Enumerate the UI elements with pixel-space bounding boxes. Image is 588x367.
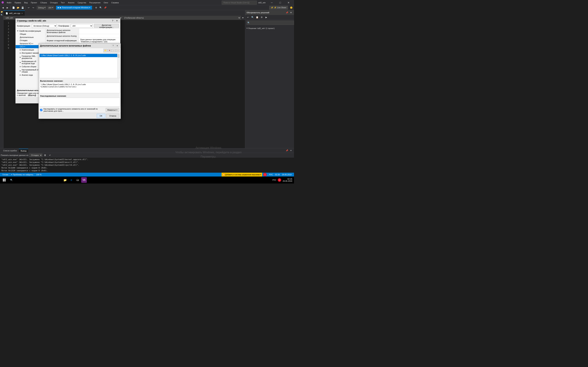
- panel-pin-btn[interactable]: 📌: [285, 11, 289, 14]
- computed-line-1: \\Mac\Home\Downloads\SDL2-2.0.9\include: [41, 83, 119, 86]
- minimize-button[interactable]: ─: [268, 0, 276, 5]
- toolbar-back[interactable]: ◀: [1, 6, 5, 10]
- taskbar-folder[interactable]: 🗂: [75, 177, 80, 183]
- prop-row-0[interactable]: Дополнительные каталоги включаемых файло…: [45, 29, 120, 34]
- menu-edit[interactable]: Правка: [13, 1, 22, 4]
- close-button[interactable]: ✕: [285, 0, 293, 5]
- config-select[interactable]: Активная (Debug): [32, 24, 57, 28]
- tray-time: 02:26: [283, 178, 292, 180]
- status-problems[interactable]: ✔ Проблемы не найдены.: [10, 173, 35, 176]
- sol-toolbar-btn3[interactable]: 📋: [255, 15, 259, 19]
- menu-analyze[interactable]: Анализ: [67, 1, 76, 4]
- sol-root-item[interactable]: ▾ Решение 'sdl2_win' (1 проект): [245, 26, 294, 30]
- config-dropdown[interactable]: Debug ▾: [37, 6, 46, 10]
- prop-row-1[interactable]: Дополнительные каталоги #using: [45, 34, 120, 38]
- include-up-btn[interactable]: ↑: [116, 49, 120, 52]
- prop-row-2[interactable]: Формат отладочной информации База данных…: [45, 38, 120, 43]
- status-notification[interactable]: 1: [262, 173, 268, 176]
- toolbar-open[interactable]: 📂: [16, 6, 20, 10]
- taskbar-vs[interactable]: VS: [81, 177, 87, 183]
- toolbar-extra3[interactable]: 📌: [103, 6, 107, 10]
- include-list-item-1[interactable]: [40, 54, 120, 57]
- location-expand-btn[interactable]: ▼: [241, 16, 245, 20]
- editor-tab-sdl2[interactable]: 📄 sdl2_win.cpp ✕: [3, 10, 25, 16]
- config-manager-btn[interactable]: Диспетчер конфигурации...: [94, 24, 119, 28]
- output-tab-output[interactable]: Вывод: [19, 149, 28, 153]
- activity-icon-2[interactable]: 🔍: [0, 14, 3, 17]
- window-title: sdl2_win: [258, 1, 266, 4]
- live-share-button[interactable]: ⚡ ⚡ Live Share: [269, 6, 288, 10]
- output-content[interactable]: "sdl2_win.exe" (Win32). Загружено "C:\Wi…: [0, 158, 294, 173]
- inherit-checkbox[interactable]: [40, 109, 42, 111]
- include-close-btn[interactable]: ✕: [115, 44, 119, 48]
- menu-debug[interactable]: Отладка: [49, 1, 59, 4]
- menu-project[interactable]: Проект: [29, 1, 38, 4]
- toolbar-new[interactable]: 📄: [11, 6, 16, 10]
- menu-view[interactable]: Вид: [23, 1, 29, 4]
- properties-help-btn[interactable]: ?: [111, 19, 115, 23]
- menu-build[interactable]: Сборка: [39, 1, 48, 4]
- panel-close-btn[interactable]: ✕: [289, 11, 293, 14]
- tree-item-general[interactable]: Общие: [16, 33, 45, 36]
- include-add-btn[interactable]: 📁: [104, 49, 107, 52]
- title-search-input[interactable]: [222, 1, 257, 5]
- taskbar-search[interactable]: 🔍: [9, 176, 61, 184]
- include-dirs-controls: ? ✕: [111, 44, 119, 48]
- toolbar-redo[interactable]: ↪: [31, 6, 35, 10]
- platform-dropdown[interactable]: x64 ▾: [47, 6, 54, 10]
- menu-window[interactable]: Окно: [102, 1, 110, 4]
- include-down-btn[interactable]: ↓: [112, 49, 116, 52]
- output-close-btn[interactable]: ✕: [289, 149, 293, 152]
- include-list-input[interactable]: [41, 54, 119, 57]
- maximize-button[interactable]: □: [276, 0, 284, 5]
- toolbar-feedback[interactable]: 😊: [289, 6, 293, 10]
- sol-toolbar-btn4[interactable]: ⚙: [259, 15, 264, 19]
- include-list-scrollbar[interactable]: [117, 54, 120, 78]
- sol-expand-icon: ▾: [247, 27, 248, 29]
- prop-value-0[interactable]: [79, 29, 120, 34]
- activity-icon-1[interactable]: 📁: [0, 11, 3, 14]
- output-pin-btn[interactable]: 📌: [285, 149, 289, 152]
- status-vcs[interactable]: 🔼 Добавить в систему управления версиями…: [222, 173, 262, 176]
- tree-item-debug[interactable]: Отладка: [16, 39, 45, 42]
- menu-extensions[interactable]: Расширения: [88, 1, 102, 4]
- platform-select[interactable]: x64: [71, 24, 93, 28]
- sol-toolbar-btn1[interactable]: ↩: [246, 15, 250, 19]
- sol-toolbar-btn2[interactable]: 🔍: [251, 15, 255, 19]
- toolbar-extra1[interactable]: ⚙: [94, 6, 98, 10]
- prop-value-1[interactable]: [79, 34, 120, 38]
- macros-btn[interactable]: Макросы>>: [106, 108, 119, 112]
- output-source-select[interactable]: Отладка: [29, 153, 42, 157]
- taskbar-edge[interactable]: e: [69, 177, 74, 183]
- output-tab-errors[interactable]: Список ошибок: [1, 149, 18, 153]
- start-button[interactable]: [0, 176, 9, 184]
- sol-search-input[interactable]: [247, 21, 294, 25]
- tree-item-advanced[interactable]: Дополнительно: [16, 36, 45, 39]
- menu-file[interactable]: Файл: [5, 1, 13, 4]
- tab-label: sdl2_win.cpp: [9, 12, 20, 14]
- include-scrollbar-thumb: [118, 54, 119, 58]
- computed-title: Вычисленное значение:: [39, 79, 121, 82]
- sol-toolbar-btn5[interactable]: ▶: [264, 15, 268, 19]
- toolbar-save[interactable]: 💾: [20, 6, 25, 10]
- include-ok-btn[interactable]: ОК: [97, 114, 105, 118]
- menu-test[interactable]: Тест: [60, 1, 66, 4]
- include-help-btn[interactable]: ?: [111, 44, 115, 48]
- output-clear-btn[interactable]: 🗑: [43, 153, 47, 157]
- tab-close-icon[interactable]: ✕: [21, 12, 23, 14]
- include-cancel-btn[interactable]: Отмена: [106, 114, 119, 118]
- tray-notification[interactable]: 1: [278, 178, 281, 182]
- menu-tools[interactable]: Средства: [76, 1, 87, 4]
- location-dropdown-2[interactable]: (Глобальная область): [122, 16, 241, 20]
- run-button[interactable]: ▶ ▶ Локальный отладчик Windows ▾: [56, 6, 92, 10]
- include-delete-btn[interactable]: ✕: [108, 49, 112, 52]
- toolbar-extra2[interactable]: 🔍: [98, 6, 103, 10]
- output-wrap-btn[interactable]: ↵: [48, 153, 52, 157]
- toolbar-forward[interactable]: ▶: [5, 6, 9, 10]
- tree-item-config-props[interactable]: ▼ Свойства конфигурации: [16, 29, 45, 33]
- tray-lang[interactable]: РУС: [272, 179, 276, 181]
- toolbar-undo[interactable]: ↩: [26, 6, 31, 10]
- taskbar-file-explorer[interactable]: 📁: [62, 177, 68, 183]
- properties-close-btn[interactable]: ✕: [115, 19, 119, 23]
- menu-help[interactable]: Справка: [110, 1, 120, 4]
